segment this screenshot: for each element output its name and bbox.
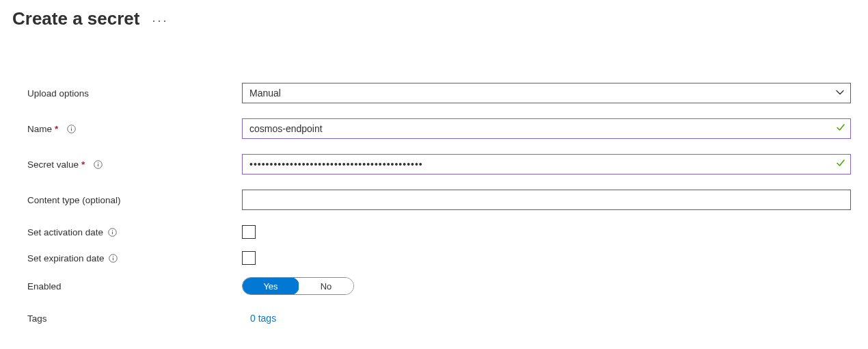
expiration-date-checkbox[interactable] <box>242 251 256 265</box>
label-secret-value: Secret value * <box>27 159 242 170</box>
content-type-input[interactable] <box>242 190 851 210</box>
row-content-type: Content type (optional) <box>27 190 851 210</box>
upload-options-select[interactable]: Manual <box>242 83 851 103</box>
row-name: Name * <box>27 118 851 139</box>
secret-value-input[interactable]: ••••••••••••••••••••••••••••••••••••••••… <box>242 154 851 174</box>
info-icon[interactable] <box>107 227 117 237</box>
upload-options-value: Manual <box>249 88 281 99</box>
label-expiration-date: Set expiration date <box>27 253 242 263</box>
required-indicator: * <box>55 124 58 134</box>
svg-rect-2 <box>71 127 72 127</box>
row-expiration-date: Set expiration date <box>27 251 851 265</box>
row-enabled: Enabled Yes No <box>27 277 851 295</box>
name-input[interactable] <box>242 118 851 139</box>
label-name: Name * <box>27 124 242 134</box>
row-tags: Tags 0 tags <box>27 313 851 324</box>
info-icon[interactable] <box>66 124 76 133</box>
page-title: Create a secret <box>12 8 139 29</box>
label-tags: Tags <box>27 313 242 324</box>
label-activation-date: Set activation date <box>27 227 242 237</box>
enabled-yes[interactable]: Yes <box>242 277 299 295</box>
enabled-no[interactable]: No <box>299 278 353 294</box>
activation-date-checkbox[interactable] <box>242 225 256 239</box>
svg-rect-11 <box>113 256 113 257</box>
required-indicator: * <box>81 159 85 170</box>
label-content-type: Content type (optional) <box>27 195 242 205</box>
svg-rect-8 <box>112 230 113 231</box>
check-icon <box>836 158 845 170</box>
enabled-toggle[interactable]: Yes No <box>242 277 354 295</box>
row-secret-value: Secret value * •••••••••••••••••••••••••… <box>27 154 851 174</box>
svg-rect-5 <box>98 162 98 163</box>
svg-rect-1 <box>71 128 72 131</box>
label-enabled: Enabled <box>27 281 242 292</box>
label-text: Enabled <box>27 281 62 292</box>
secret-masked: ••••••••••••••••••••••••••••••••••••••••… <box>249 159 423 170</box>
tags-link[interactable]: 0 tags <box>242 313 276 324</box>
label-text: Set activation date <box>27 227 103 237</box>
info-icon[interactable] <box>109 253 118 263</box>
info-icon[interactable] <box>93 159 103 169</box>
label-text: Name <box>27 124 52 134</box>
label-text: Content type (optional) <box>27 195 121 205</box>
check-icon <box>836 122 845 135</box>
page-header: Create a secret · · · <box>0 0 868 35</box>
create-secret-form: Upload options Manual Name * <box>0 35 868 324</box>
row-upload-options: Upload options Manual <box>27 83 851 103</box>
label-upload-options: Upload options <box>27 88 242 99</box>
label-text: Tags <box>27 313 47 324</box>
label-text: Set expiration date <box>27 253 105 263</box>
svg-rect-4 <box>98 164 98 166</box>
row-activation-date: Set activation date <box>27 225 851 239</box>
more-icon[interactable]: · · · <box>152 12 165 27</box>
svg-rect-10 <box>113 257 113 260</box>
label-text: Secret value <box>27 159 79 170</box>
svg-rect-7 <box>112 231 113 234</box>
label-text: Upload options <box>27 88 89 99</box>
